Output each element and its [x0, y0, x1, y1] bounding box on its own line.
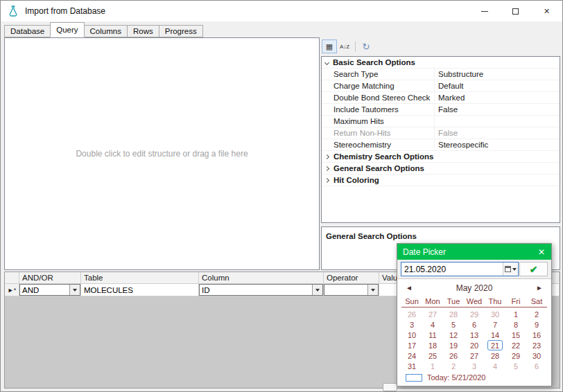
property-row[interactable]: Include TautomersFalse: [322, 104, 560, 116]
operator-cell[interactable]: [324, 284, 379, 296]
property-category[interactable]: Hit Coloring: [322, 175, 560, 186]
tab-rows[interactable]: Rows: [127, 25, 159, 37]
andor-cell[interactable]: AND: [19, 284, 81, 296]
property-pages-button[interactable]: ↻: [358, 39, 374, 53]
dropdown-arrow-icon[interactable]: [367, 285, 378, 295]
property-value[interactable]: Default: [435, 82, 560, 90]
andor-combobox[interactable]: AND: [19, 284, 80, 296]
property-category[interactable]: General Search Options: [322, 163, 560, 175]
chevron-right-icon[interactable]: [324, 154, 329, 159]
structure-editor-panel[interactable]: Double click to edit structure or drag a…: [4, 37, 320, 270]
column-header-operator[interactable]: Operator: [324, 272, 379, 284]
column-header-column[interactable]: Column: [199, 272, 324, 284]
property-category[interactable]: Chemistry Search Options: [322, 151, 560, 163]
property-row[interactable]: Maximum Hits: [322, 116, 560, 127]
calendar-day[interactable]: 29: [464, 309, 485, 319]
calendar-day[interactable]: 22: [505, 340, 526, 350]
tab-database[interactable]: Database: [4, 25, 51, 37]
property-row[interactable]: Charge MatchingDefault: [322, 80, 560, 92]
tab-columns[interactable]: Columns: [84, 25, 128, 37]
calendar-day[interactable]: 3: [401, 319, 422, 330]
property-value[interactable]: Marked: [435, 93, 560, 102]
calendar-day[interactable]: 30: [526, 350, 547, 361]
close-icon[interactable]: ✕: [532, 247, 551, 257]
calendar-day[interactable]: 7: [485, 319, 505, 330]
calendar-day[interactable]: 12: [443, 330, 464, 340]
calendar-day[interactable]: 27: [464, 350, 485, 361]
calendar-day[interactable]: 2: [443, 361, 464, 371]
calendar-day[interactable]: 10: [401, 330, 422, 340]
title-bar[interactable]: Import from Database ✕: [1, 1, 562, 21]
dropdown-arrow-icon[interactable]: [312, 285, 322, 295]
maximize-button[interactable]: [500, 1, 531, 21]
property-value[interactable]: Substructure: [435, 70, 560, 78]
calendar-day[interactable]: 11: [422, 330, 443, 340]
calendar-day[interactable]: 15: [505, 330, 526, 340]
month-label[interactable]: May 2020: [413, 283, 536, 293]
calendar-today-row[interactable]: Today: 5/21/2020: [406, 373, 551, 382]
calendar-day[interactable]: 18: [422, 340, 443, 350]
calendar-day[interactable]: 5: [443, 319, 464, 330]
calendar-day[interactable]: 20: [464, 340, 485, 350]
hidden-button-fragment[interactable]: [383, 383, 397, 391]
property-row[interactable]: Double Bond Stereo CheckMarked: [322, 92, 560, 104]
calendar-day[interactable]: 30: [485, 309, 505, 319]
calendar-day[interactable]: 1: [422, 361, 443, 371]
calendar-day[interactable]: 25: [422, 350, 443, 361]
calendar-day[interactable]: 3: [464, 361, 485, 371]
property-value[interactable]: False: [435, 129, 560, 137]
property-value[interactable]: False: [435, 105, 560, 114]
calendar-dropdown-button[interactable]: [503, 262, 518, 276]
calendar-day[interactable]: 5: [505, 361, 526, 371]
confirm-date-button[interactable]: ✔: [519, 262, 548, 276]
prev-month-button[interactable]: ◄: [406, 284, 413, 292]
calendar-day[interactable]: 28: [443, 309, 464, 319]
column-combobox[interactable]: ID: [199, 284, 323, 296]
categorized-view-button[interactable]: ▦: [322, 39, 337, 53]
calendar-day[interactable]: 16: [526, 330, 547, 340]
chevron-right-icon[interactable]: [324, 166, 329, 170]
property-category[interactable]: Basic Search Options: [322, 57, 560, 69]
column-header-table[interactable]: Table: [81, 272, 199, 284]
chevron-right-icon[interactable]: [324, 177, 329, 182]
property-value[interactable]: Stereospecific: [435, 141, 560, 149]
table-cell[interactable]: MOLECULES: [81, 284, 199, 296]
calendar-day[interactable]: 26: [401, 309, 422, 319]
property-row[interactable]: Return Non-HitsFalse: [322, 127, 560, 139]
calendar-day[interactable]: 6: [464, 319, 485, 330]
tab-progress[interactable]: Progress: [159, 25, 203, 37]
calendar-day[interactable]: 19: [443, 340, 464, 350]
date-input[interactable]: 21.05.2020: [401, 262, 519, 276]
column-header-andor[interactable]: AND/OR: [19, 272, 81, 284]
calendar-day[interactable]: 4: [422, 319, 443, 330]
calendar-day[interactable]: 8: [505, 319, 526, 330]
calendar-day[interactable]: 28: [485, 350, 505, 361]
calendar-day[interactable]: 6: [526, 361, 547, 371]
calendar-day[interactable]: 9: [526, 319, 547, 330]
calendar-day[interactable]: 27: [422, 309, 443, 319]
calendar-day[interactable]: 1: [505, 309, 526, 319]
dropdown-arrow-icon[interactable]: [69, 285, 80, 295]
calendar-day[interactable]: 21: [485, 340, 505, 350]
date-picker-titlebar[interactable]: Date Picker ✕: [397, 244, 551, 260]
close-button[interactable]: ✕: [531, 1, 562, 21]
operator-combobox[interactable]: [324, 284, 379, 296]
calendar-day[interactable]: 4: [485, 361, 505, 371]
alphabetical-sort-button[interactable]: A↓Z: [337, 39, 352, 53]
calendar-day[interactable]: 24: [401, 350, 422, 361]
calendar-day[interactable]: 13: [464, 330, 485, 340]
calendar-day[interactable]: 14: [485, 330, 505, 340]
calendar-day[interactable]: 2: [526, 309, 547, 319]
calendar-day[interactable]: 31: [401, 361, 422, 371]
tab-query[interactable]: Query: [50, 22, 84, 37]
calendar-day[interactable]: 23: [526, 340, 547, 350]
column-cell[interactable]: ID: [199, 284, 324, 296]
next-month-button[interactable]: ►: [536, 284, 543, 292]
chevron-down-icon[interactable]: [324, 60, 329, 64]
minimize-button[interactable]: [469, 1, 500, 21]
calendar-day[interactable]: 29: [505, 350, 526, 361]
calendar-day[interactable]: 17: [401, 340, 422, 350]
property-row[interactable]: StereochemistryStereospecific: [322, 139, 560, 151]
calendar-day[interactable]: 26: [443, 350, 464, 361]
property-row[interactable]: Search TypeSubstructure: [322, 69, 560, 80]
